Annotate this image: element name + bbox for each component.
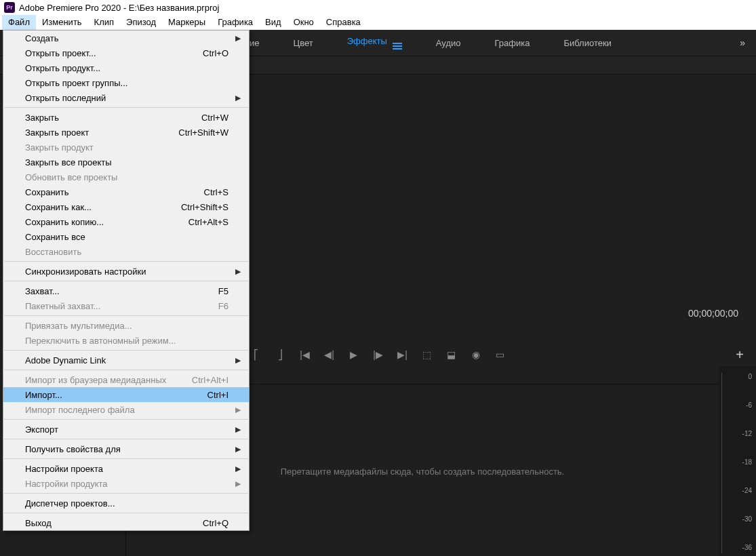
menu-item-label: Открыть проект группы... bbox=[25, 78, 127, 88]
workspace-overflow-button[interactable]: » bbox=[740, 37, 747, 48]
menu-item[interactable]: Сохранить все bbox=[3, 229, 249, 244]
menu-item[interactable]: ЗакрытьCtrl+W bbox=[3, 110, 249, 125]
menu-item[interactable]: Настройки проекта▶ bbox=[3, 461, 249, 476]
menu-item[interactable]: Сохранить копию...Ctrl+Alt+S bbox=[3, 214, 249, 229]
menu-item-label: Открыть проект... bbox=[25, 48, 96, 58]
menu-shortcut: Ctrl+O bbox=[203, 48, 228, 58]
menu-shortcut: F5 bbox=[218, 286, 228, 296]
workspace-tab[interactable]: Цвет bbox=[294, 38, 313, 48]
title-bar: Pr Adobe Premiere Pro 2020 - E:\Без назв… bbox=[0, 0, 756, 15]
extract-icon[interactable]: ⬓ bbox=[445, 349, 458, 361]
submenu-arrow-icon: ▶ bbox=[235, 34, 241, 43]
submenu-arrow-icon: ▶ bbox=[235, 464, 241, 473]
meter-tick: -30 bbox=[736, 515, 752, 523]
workspace-tab[interactable]: Графика bbox=[495, 38, 530, 48]
menu-shortcut: Ctrl+W bbox=[201, 113, 228, 123]
layout-icon[interactable]: ▭ bbox=[494, 349, 506, 361]
meter-tick: -18 bbox=[736, 458, 752, 466]
menu-item-label: Закрыть все проекты bbox=[25, 157, 112, 167]
menu-item-файл[interactable]: Файл bbox=[2, 15, 36, 30]
menu-item[interactable]: Экспорт▶ bbox=[3, 422, 249, 437]
menu-item-эпизод[interactable]: Эпизод bbox=[120, 15, 162, 30]
menu-item-изменить[interactable]: Изменить bbox=[36, 15, 88, 30]
menu-item[interactable]: ВыходCtrl+Q bbox=[3, 515, 249, 530]
menu-item-окно[interactable]: Окно bbox=[287, 15, 320, 30]
menu-bar: ФайлИзменитьКлипЭпизодМаркерыГрафикаВидО… bbox=[0, 15, 756, 30]
menu-item[interactable]: Захват...F5 bbox=[3, 283, 249, 298]
submenu-arrow-icon: ▶ bbox=[235, 445, 241, 454]
menu-item-вид[interactable]: Вид bbox=[259, 15, 287, 30]
menu-item-label: Импорт из браузера медиаданных bbox=[25, 375, 166, 385]
step-back-icon[interactable]: ◀| bbox=[323, 349, 336, 361]
play-icon[interactable]: ▶ bbox=[348, 349, 360, 361]
menu-item[interactable]: СохранитьCtrl+S bbox=[3, 184, 249, 199]
menu-item[interactable]: Открыть последний▶ bbox=[3, 90, 249, 105]
step-forward-icon[interactable]: |▶ bbox=[372, 349, 384, 361]
submenu-arrow-icon: ▶ bbox=[235, 267, 241, 276]
menu-item[interactable]: Сохранить как...Ctrl+Shift+S bbox=[3, 199, 249, 214]
step-forward-end-icon[interactable]: ▶| bbox=[397, 349, 409, 361]
meter-tick: -24 bbox=[736, 487, 752, 494]
menu-item: Импорт последнего файла▶ bbox=[3, 402, 249, 417]
step-back-start-icon[interactable]: |◀ bbox=[299, 349, 311, 361]
workspace-tab[interactable]: Библиотеки bbox=[563, 38, 611, 48]
menu-item-клип[interactable]: Клип bbox=[88, 15, 120, 30]
menu-item: Обновить все проекты bbox=[3, 170, 249, 184]
menu-item[interactable]: Импорт...Ctrl+I bbox=[3, 387, 249, 402]
menu-item-label: Сохранить копию... bbox=[25, 217, 104, 227]
menu-item[interactable]: Диспетчер проектов... bbox=[3, 496, 249, 511]
camera-icon[interactable]: ◉ bbox=[470, 349, 482, 361]
menu-shortcut: Ctrl+I bbox=[207, 390, 228, 400]
menu-item-label: Создать bbox=[25, 33, 58, 43]
mark-out-icon[interactable]: ⎦ bbox=[275, 349, 287, 361]
mark-in-icon[interactable]: ⎡ bbox=[250, 349, 262, 361]
menu-item: Восстановить bbox=[3, 244, 249, 259]
menu-item-label: Экспорт bbox=[25, 424, 58, 435]
menu-item[interactable]: Открыть проект группы... bbox=[3, 75, 249, 90]
submenu-arrow-icon: ▶ bbox=[235, 94, 241, 102]
menu-shortcut: Ctrl+Q bbox=[203, 518, 228, 528]
menu-item-label: Импорт последнего файла bbox=[25, 405, 135, 415]
menu-item[interactable]: Adobe Dynamic Link▶ bbox=[3, 353, 249, 368]
menu-item-label: Сохранить как... bbox=[25, 202, 92, 212]
menu-item[interactable]: Получить свойства для▶ bbox=[3, 441, 249, 456]
menu-item-label: Привязать мультимедиа... bbox=[25, 321, 132, 331]
menu-item[interactable]: Открыть проект...Ctrl+O bbox=[3, 45, 249, 60]
menu-shortcut: Ctrl+S bbox=[204, 187, 228, 197]
menu-item[interactable]: Закрыть проектCtrl+Shift+W bbox=[3, 125, 249, 140]
menu-item[interactable]: Синхронизировать настройки▶ bbox=[3, 264, 249, 279]
menu-item-label: Восстановить bbox=[25, 247, 81, 257]
menu-item-справка[interactable]: Справка bbox=[320, 15, 367, 30]
workspace-tab[interactable]: Эффекты bbox=[347, 36, 402, 49]
menu-item-label: Настройки проекта bbox=[25, 464, 103, 474]
menu-item-label: Синхронизировать настройки bbox=[25, 266, 146, 277]
menu-item-label: Закрыть проект bbox=[25, 127, 89, 138]
menu-item-label: Сохранить bbox=[25, 187, 69, 197]
hamburger-icon[interactable] bbox=[393, 43, 402, 49]
submenu-arrow-icon: ▶ bbox=[235, 479, 241, 488]
menu-item-графика[interactable]: Графика bbox=[212, 15, 259, 30]
submenu-arrow-icon: ▶ bbox=[235, 425, 241, 434]
menu-item-label: Сохранить все bbox=[25, 232, 85, 242]
menu-item-label: Захват... bbox=[25, 286, 60, 296]
menu-item: Импорт из браузера медиаданныхCtrl+Alt+I bbox=[3, 372, 249, 387]
lift-icon[interactable]: ⬚ bbox=[421, 349, 433, 361]
meter-tick: -6 bbox=[736, 401, 752, 409]
menu-shortcut: Ctrl+Alt+S bbox=[188, 217, 228, 227]
menu-item-label: Закрыть bbox=[25, 113, 59, 123]
menu-item[interactable]: Закрыть все проекты bbox=[3, 155, 249, 170]
menu-item: Переключить в автономный режим... bbox=[3, 333, 249, 348]
window-title: Adobe Premiere Pro 2020 - E:\Без названи… bbox=[19, 3, 219, 13]
meter-tick: -12 bbox=[736, 430, 752, 437]
menu-item[interactable]: Открыть продукт... bbox=[3, 60, 249, 75]
menu-item-label: Настройки продукта bbox=[25, 479, 108, 489]
button-editor-plus-icon[interactable]: + bbox=[736, 347, 744, 363]
submenu-arrow-icon: ▶ bbox=[235, 356, 241, 365]
workspace-tab[interactable]: Аудио bbox=[436, 38, 461, 48]
menu-item-маркеры[interactable]: Маркеры bbox=[162, 15, 212, 30]
menu-item[interactable]: Создать▶ bbox=[3, 31, 249, 45]
menu-item-label: Переключить в автономный режим... bbox=[25, 336, 176, 346]
menu-item-label: Пакетный захват... bbox=[25, 301, 100, 311]
menu-shortcut: Ctrl+Alt+I bbox=[192, 375, 228, 385]
menu-item: Настройки продукта▶ bbox=[3, 476, 249, 491]
